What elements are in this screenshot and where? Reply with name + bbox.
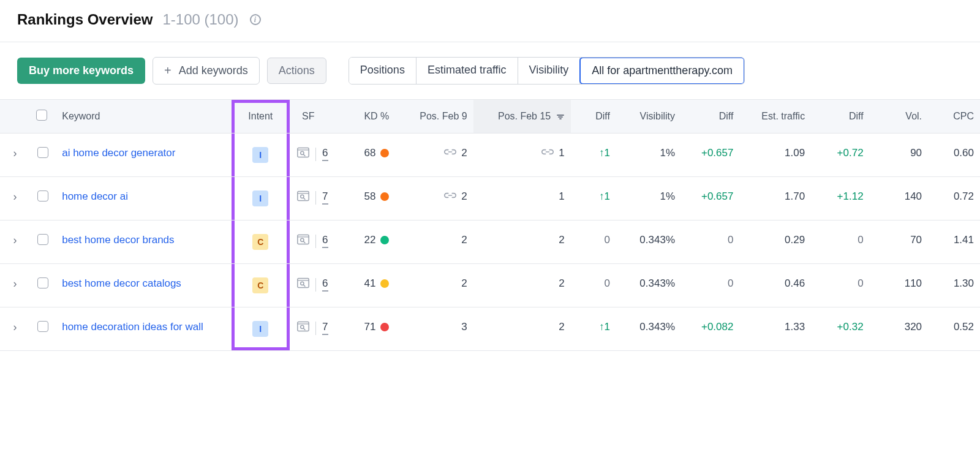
separator [315, 278, 316, 292]
keyword-link[interactable]: best home decor brands [62, 234, 174, 246]
diff-vis-value: 0 [728, 277, 733, 289]
pos2-value: 1 [559, 147, 564, 159]
tab-positions[interactable]: Positions [349, 58, 417, 84]
est-traffic-cell: 1.33 [739, 307, 811, 351]
diff-est-cell: 0 [811, 220, 869, 264]
keyword-cell: home decoration ideas for wall [56, 307, 231, 351]
col-cpc[interactable]: CPC [928, 99, 980, 134]
keyword-cell: ai home decor generator [56, 134, 231, 177]
row-checkbox[interactable] [37, 321, 48, 332]
row-checkbox[interactable] [37, 277, 48, 288]
intent-badge[interactable]: C [252, 277, 268, 293]
pos2-value: 2 [559, 277, 564, 290]
tab-all-for-domain[interactable]: All for apartmenttherapy.com [579, 57, 745, 85]
keyword-cell: best home decor brands [56, 220, 231, 264]
diff-est-value: +0.72 [837, 147, 864, 159]
col-pos-feb15-label: Pos. Feb 15 [498, 111, 551, 121]
separator [315, 191, 316, 205]
pos1-cell: 3 [395, 307, 473, 351]
col-visibility[interactable]: Visibility [616, 99, 681, 134]
sf-count[interactable]: 6 [322, 234, 328, 248]
col-pos-feb15[interactable]: Pos. Feb 15 [473, 99, 571, 134]
diff-pos-value: ↑1 [599, 190, 610, 202]
keyword-link[interactable]: ai home decor generator [62, 147, 175, 159]
expand-cell: › [0, 177, 30, 220]
checkbox-cell [30, 307, 56, 351]
col-diff-pos[interactable]: Diff [571, 99, 616, 134]
buy-keywords-button[interactable]: Buy more keywords [17, 58, 145, 84]
chevron-right-icon[interactable]: › [13, 321, 17, 333]
separator [315, 322, 316, 335]
kd-value: 22 [364, 234, 375, 246]
sort-asc-icon [554, 111, 565, 121]
visibility-cell: 1% [616, 134, 681, 177]
col-kd[interactable]: KD % [337, 99, 395, 134]
chevron-right-icon[interactable]: › [13, 147, 17, 159]
diff-pos-cell: 0 [571, 220, 616, 264]
row-checkbox[interactable] [37, 190, 48, 202]
sf-count[interactable]: 7 [322, 321, 328, 335]
intent-badge[interactable]: C [252, 234, 268, 250]
col-sf[interactable]: SF [290, 99, 337, 134]
serp-features-icon[interactable] [297, 277, 309, 292]
tab-estimated-traffic[interactable]: Estimated traffic [417, 58, 518, 84]
chevron-right-icon[interactable]: › [13, 190, 17, 203]
diff-vis-value: 0 [728, 234, 733, 246]
col-diff-vis[interactable]: Diff [681, 99, 739, 134]
cpc-cell: 0.52 [928, 307, 980, 351]
intent-cell: I [232, 307, 290, 351]
svg-line-11 [303, 241, 305, 243]
diff-pos-cell: ↑1 [571, 177, 616, 220]
expand-cell: › [0, 307, 30, 351]
keyword-link[interactable]: home decoration ideas for wall [62, 321, 203, 333]
info-icon[interactable]: i [250, 14, 261, 25]
chevron-right-icon[interactable]: › [13, 234, 17, 246]
pos2-cell: 2 [473, 307, 571, 351]
keyword-link[interactable]: home decor ai [62, 190, 128, 202]
col-pos-feb9[interactable]: Pos. Feb 9 [395, 99, 473, 134]
sf-cell: 7 [290, 177, 337, 220]
col-keyword[interactable]: Keyword [56, 99, 231, 134]
kd-difficulty-dot [380, 149, 389, 157]
kd-value: 68 [364, 147, 375, 159]
col-intent[interactable]: Intent [232, 99, 290, 134]
add-keywords-button[interactable]: + Add keywords [153, 57, 260, 85]
pos1-cell: 2 [395, 134, 473, 177]
serp-features-icon[interactable] [297, 321, 309, 335]
svg-line-19 [303, 328, 305, 330]
chevron-right-icon[interactable]: › [13, 277, 17, 290]
intent-badge[interactable]: I [252, 147, 268, 163]
serp-features-icon[interactable] [297, 234, 309, 248]
expand-cell: › [0, 264, 30, 307]
sf-count[interactable]: 6 [322, 147, 328, 161]
diff-pos-cell: ↑1 [571, 307, 616, 351]
keyword-link[interactable]: best home decor catalogs [62, 277, 181, 289]
sf-count[interactable]: 6 [322, 277, 328, 292]
page-title: Rankings Overview [17, 11, 153, 28]
serp-features-icon[interactable] [297, 147, 309, 161]
diff-pos-value: ↑1 [599, 147, 610, 159]
pos2-cell: 1 [473, 134, 571, 177]
checkbox-cell [30, 134, 56, 177]
intent-badge[interactable]: I [252, 321, 268, 337]
col-vol[interactable]: Vol. [870, 99, 928, 134]
sf-cell: 6 [290, 134, 337, 177]
intent-badge[interactable]: I [252, 190, 268, 206]
vol-cell: 140 [870, 177, 928, 220]
expand-cell: › [0, 134, 30, 177]
row-checkbox[interactable] [37, 147, 48, 158]
diff-pos-cell: 0 [571, 264, 616, 307]
pos2-cell: 2 [473, 264, 571, 307]
tab-visibility[interactable]: Visibility [518, 58, 581, 84]
kd-cell: 68 [337, 134, 395, 177]
col-diff-est[interactable]: Diff [811, 99, 869, 134]
actions-button[interactable]: Actions [267, 58, 326, 84]
sf-count[interactable]: 7 [322, 190, 328, 205]
row-checkbox[interactable] [37, 234, 48, 245]
select-all-checkbox[interactable] [36, 110, 47, 121]
cpc-cell: 1.30 [928, 264, 980, 307]
diff-vis-cell: 0 [681, 264, 739, 307]
col-est-traffic[interactable]: Est. traffic [739, 99, 811, 134]
serp-features-icon[interactable] [297, 190, 309, 205]
pos1-value: 3 [461, 321, 467, 333]
